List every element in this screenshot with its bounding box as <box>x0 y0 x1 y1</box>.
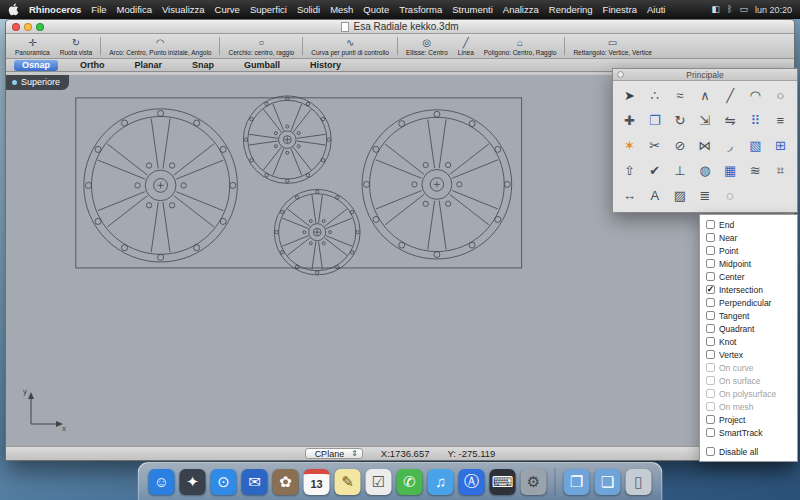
toolbar-button-panoramica[interactable]: ✛Panoramica <box>10 34 55 58</box>
copy-tool-icon[interactable]: ❐ <box>642 109 667 132</box>
checkbox-knot[interactable] <box>706 337 715 346</box>
osnap-point[interactable]: Point <box>700 244 797 257</box>
menu-item-file[interactable]: File <box>86 4 111 15</box>
menu-item-superfici[interactable]: Superfici <box>245 4 292 15</box>
circle-tool-icon[interactable]: ○ <box>768 84 793 107</box>
checkbox-tangent[interactable] <box>706 311 715 320</box>
dock-calendar-icon[interactable]: 13 <box>304 469 330 495</box>
rotate-tool-icon[interactable]: ↻ <box>667 109 692 132</box>
menu-item-trasforma[interactable]: Trasforma <box>394 4 447 15</box>
checkbox-end[interactable] <box>706 220 715 229</box>
hide-tool-icon[interactable]: ◌ <box>718 184 743 207</box>
palette-close-icon[interactable] <box>617 71 624 78</box>
checkbox-intersection[interactable]: ✓ <box>706 285 715 294</box>
menu-item-curve[interactable]: Curve <box>210 4 245 15</box>
fillet-tool-icon[interactable]: ◞ <box>718 134 743 157</box>
menu-item-modifica[interactable]: Modifica <box>112 4 157 15</box>
checkbox-on-curve[interactable] <box>706 363 715 372</box>
menu-item-analizza[interactable]: Analizza <box>498 4 544 15</box>
join-tool-icon[interactable]: ⋈ <box>692 134 717 157</box>
mode-toggle-ortho[interactable]: Ortho <box>72 60 113 71</box>
osnap-project[interactable]: Project <box>700 413 797 426</box>
toolbar-button-cerchio-centro-raggio[interactable]: ○Cerchio: centro, raggio <box>223 34 299 58</box>
toolbar-button-arco-centro-punto-iniziale-angolo[interactable]: ◠Arco: Centro, Punto iniziale, Angolo <box>104 34 216 58</box>
checkbox-center[interactable] <box>706 272 715 281</box>
mode-toggle-planar[interactable]: Planar <box>127 60 171 71</box>
menu-item-rhinoceros[interactable]: Rhinoceros <box>24 4 86 15</box>
wheel-small-top[interactable] <box>243 96 331 184</box>
apple-menu-icon[interactable] <box>8 3 20 16</box>
dock-preferences-icon[interactable]: ⚙ <box>521 469 547 495</box>
checkbox-point[interactable] <box>706 246 715 255</box>
menu-item-rendering[interactable]: Rendering <box>544 4 598 15</box>
menu-item-aiuti[interactable]: Aiuti <box>642 4 670 15</box>
osnap-tangent[interactable]: Tangent <box>700 309 797 322</box>
viewport-tab-superiore[interactable]: Superiore <box>6 75 69 90</box>
menu-item-strumenti[interactable]: Strumenti <box>447 4 498 15</box>
checkbox-vertex[interactable] <box>706 350 715 359</box>
osnap-smarttrack[interactable]: SmartTrack <box>700 426 797 439</box>
checkbox-smarttrack[interactable] <box>706 428 715 437</box>
dock-safari-icon[interactable]: ⊙ <box>211 469 237 495</box>
mesh-tool-icon[interactable]: ⌗ <box>768 159 793 182</box>
extrude-tool-icon[interactable]: ⇧ <box>617 159 642 182</box>
dock-launchpad-icon[interactable]: ✦ <box>180 469 206 495</box>
dock-appstore-icon[interactable]: Ⓐ <box>459 469 485 495</box>
dock-mail-icon[interactable]: ✉ <box>242 469 268 495</box>
dock-documents-folder-icon[interactable]: ❐ <box>564 469 590 495</box>
display-icon[interactable]: ◧ <box>712 5 721 14</box>
osnap-on-mesh[interactable]: On mesh <box>700 400 797 413</box>
curve-tool-icon[interactable]: ≈ <box>667 84 692 107</box>
close-window-icon[interactable] <box>12 23 20 31</box>
dock-itunes-icon[interactable]: ♫ <box>428 469 454 495</box>
polyline-tool-icon[interactable]: ∧ <box>692 84 717 107</box>
osnap-center[interactable]: Center <box>700 270 797 283</box>
mode-toggle-osnap[interactable]: Osnap <box>14 60 58 71</box>
analyze-tool-icon[interactable]: ⊥ <box>667 159 692 182</box>
dock-downloads-folder-icon[interactable]: ❏ <box>595 469 621 495</box>
zoom-window-icon[interactable] <box>36 23 44 31</box>
explode-tool-icon[interactable]: ✶ <box>617 134 642 157</box>
arc-tool-icon[interactable]: ◠ <box>743 84 768 107</box>
checkbox-near[interactable] <box>706 233 715 242</box>
palette-title-bar[interactable]: Principale <box>613 69 797 81</box>
osnap-near[interactable]: Near <box>700 231 797 244</box>
mode-toggle-history[interactable]: History <box>302 60 349 71</box>
grid-snap-tool-icon[interactable]: ⊞ <box>768 134 793 157</box>
drawing-frame[interactable] <box>76 98 522 268</box>
battery-icon[interactable]: ▭ <box>739 5 748 14</box>
checkbox-on-mesh[interactable] <box>706 402 715 411</box>
loft-tool-icon[interactable]: ≋ <box>743 159 768 182</box>
offset-tool-icon[interactable]: ≡ <box>768 109 793 132</box>
wheel-small-bottom[interactable] <box>274 189 360 275</box>
osnap-disable-all[interactable]: Disable all <box>700 445 797 458</box>
menubar-clock[interactable]: lun 20:20 <box>755 5 792 15</box>
check-tool-icon[interactable]: ✔ <box>642 159 667 182</box>
mode-toggle-gumball[interactable]: Gumball <box>236 60 288 71</box>
osnap-perpendicular[interactable]: Perpendicular <box>700 296 797 309</box>
checkbox-on-surface[interactable] <box>706 376 715 385</box>
osnap-knot[interactable]: Knot <box>700 335 797 348</box>
trim-tool-icon[interactable]: ✂ <box>642 134 667 157</box>
menu-item-quote[interactable]: Quote <box>358 4 394 15</box>
dock-notes-icon[interactable]: ✎ <box>335 469 361 495</box>
cplane-dropdown[interactable]: CPlane ⇕ <box>305 448 363 459</box>
checkbox-quadrant[interactable] <box>706 324 715 333</box>
scale-tool-icon[interactable]: ⇲ <box>692 109 717 132</box>
bluetooth-icon[interactable]: ᛒ <box>727 5 732 14</box>
menu-item-finestra[interactable]: Finestra <box>598 4 642 15</box>
array-tool-icon[interactable]: ⠿ <box>743 109 768 132</box>
checkbox-on-polysurface[interactable] <box>706 389 715 398</box>
dock-reminders-icon[interactable]: ☑ <box>366 469 392 495</box>
toolbar-button-ruota-vista[interactable]: ↻Ruota vista <box>55 34 98 58</box>
text-tool-icon[interactable]: A <box>642 184 667 207</box>
osnap-intersection[interactable]: ✓Intersection <box>700 283 797 296</box>
checkbox-perpendicular[interactable] <box>706 298 715 307</box>
osnap-quadrant[interactable]: Quadrant <box>700 322 797 335</box>
checkbox-disable-all[interactable] <box>706 447 715 456</box>
window-title-bar[interactable]: Esa Radiale kekko.3dm <box>6 20 794 34</box>
osnap-on-polysurface[interactable]: On polysurface <box>700 387 797 400</box>
line-tool-icon[interactable]: ╱ <box>718 84 743 107</box>
wheel-large-right[interactable] <box>362 110 512 259</box>
dock-terminal-icon[interactable]: ⌨ <box>490 469 516 495</box>
